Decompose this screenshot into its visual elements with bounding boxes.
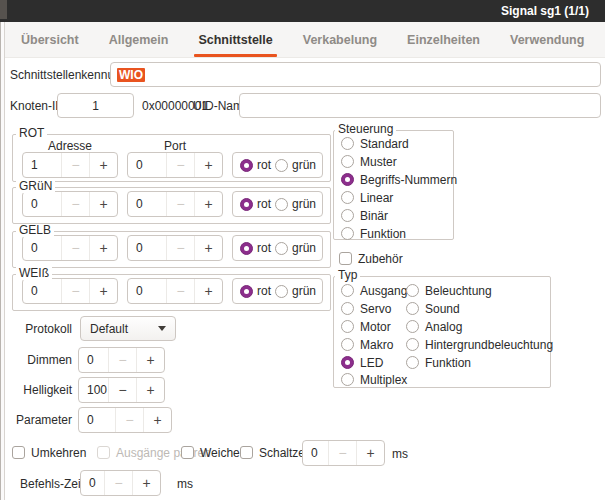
tab-verkabelung[interactable]: Verkabelung bbox=[288, 22, 392, 57]
radio-icon[interactable] bbox=[341, 227, 354, 240]
steuerung-option-binaer[interactable]: Binär bbox=[341, 208, 388, 223]
gelb-adresse-spinner[interactable]: 0 − + bbox=[22, 235, 118, 261]
dimmen-spinner[interactable]: 0 − + bbox=[78, 347, 165, 373]
minus-icon[interactable]: − bbox=[61, 153, 89, 177]
spinner-value[interactable]: 0 bbox=[81, 471, 104, 495]
checkbox-icon[interactable] bbox=[240, 446, 253, 459]
checkbox-icon[interactable] bbox=[181, 446, 194, 459]
protokoll-dropdown[interactable]: Default bbox=[80, 316, 176, 341]
spinner-value[interactable]: 1 bbox=[23, 153, 61, 177]
typ-option-analog[interactable]: Analog bbox=[406, 319, 462, 334]
tab-allgemein[interactable]: Allgemein bbox=[94, 22, 184, 57]
plus-icon[interactable]: + bbox=[89, 192, 117, 216]
plus-icon[interactable]: + bbox=[136, 378, 164, 402]
minus-icon[interactable]: − bbox=[104, 471, 132, 495]
typ-option-servo[interactable]: Servo bbox=[341, 301, 391, 316]
minus-icon[interactable]: − bbox=[61, 236, 89, 260]
minus-icon[interactable]: − bbox=[115, 408, 143, 432]
minus-icon[interactable]: − bbox=[108, 378, 136, 402]
minus-icon[interactable]: − bbox=[108, 348, 136, 372]
gruen-radio[interactable] bbox=[275, 242, 288, 255]
gruen-radio[interactable] bbox=[275, 285, 288, 298]
minus-icon[interactable]: − bbox=[166, 279, 194, 303]
typ-option-led[interactable]: LED bbox=[341, 355, 383, 370]
helligkeit-spinner[interactable]: 100 − + bbox=[78, 377, 165, 403]
steuerung-option-standard[interactable]: Standard bbox=[341, 136, 409, 151]
gruen-port-spinner[interactable]: 0 − + bbox=[127, 191, 223, 217]
spinner-value[interactable]: 0 bbox=[23, 236, 61, 260]
typ-option-ausgang[interactable]: Ausgang bbox=[341, 283, 407, 298]
gelb-port-spinner[interactable]: 0 − + bbox=[127, 235, 223, 261]
radio-icon[interactable] bbox=[341, 173, 354, 186]
schaltzeit-checkbox[interactable]: Schaltzeit bbox=[240, 445, 311, 460]
tab-einzelheiten[interactable]: Einzelheiten bbox=[392, 22, 495, 57]
radio-icon[interactable] bbox=[341, 209, 354, 222]
radio-icon[interactable] bbox=[341, 373, 354, 386]
radio-icon[interactable] bbox=[406, 302, 419, 315]
weiss-adresse-spinner[interactable]: 0 − + bbox=[22, 278, 118, 304]
spinner-value[interactable]: 0 bbox=[303, 441, 328, 465]
rot-radio[interactable] bbox=[240, 198, 253, 211]
zubehoer-checkbox[interactable]: Zubehör bbox=[339, 251, 403, 266]
interface-id-input[interactable]: WIO bbox=[110, 62, 601, 87]
spinner-value[interactable]: 0 bbox=[128, 279, 166, 303]
weiss-port-spinner[interactable]: 0 − + bbox=[127, 278, 223, 304]
typ-option-motor[interactable]: Motor bbox=[341, 319, 391, 334]
spinner-value[interactable]: 0 bbox=[128, 236, 166, 260]
plus-icon[interactable]: + bbox=[143, 408, 171, 432]
spinner-value[interactable]: 100 bbox=[79, 378, 108, 402]
steuerung-option-linear[interactable]: Linear bbox=[341, 190, 393, 205]
typ-option-multiplex[interactable]: Multiplex bbox=[341, 372, 407, 387]
tab-uebersicht[interactable]: Übersicht bbox=[6, 22, 94, 57]
steuerung-option-muster[interactable]: Muster bbox=[341, 154, 397, 169]
gruen-radio[interactable] bbox=[275, 159, 288, 172]
rot-port-spinner[interactable]: 0 − + bbox=[127, 152, 223, 178]
minus-icon[interactable]: − bbox=[166, 153, 194, 177]
spinner-value[interactable]: 0 bbox=[128, 192, 166, 216]
radio-icon[interactable] bbox=[406, 356, 419, 369]
plus-icon[interactable]: + bbox=[356, 441, 384, 465]
rot-radio[interactable] bbox=[240, 159, 253, 172]
minus-icon[interactable]: − bbox=[61, 192, 89, 216]
radio-icon[interactable] bbox=[341, 338, 354, 351]
spinner-value[interactable]: 0 bbox=[79, 348, 108, 372]
radio-icon[interactable] bbox=[341, 191, 354, 204]
typ-option-funktion[interactable]: Funktion bbox=[406, 355, 471, 370]
plus-icon[interactable]: + bbox=[194, 153, 222, 177]
plus-icon[interactable]: + bbox=[194, 279, 222, 303]
tab-verwendung[interactable]: Verwendung bbox=[495, 22, 599, 57]
umkehren-checkbox[interactable]: Umkehren bbox=[12, 445, 86, 460]
spinner-value[interactable]: 0 bbox=[23, 279, 61, 303]
plus-icon[interactable]: + bbox=[194, 236, 222, 260]
plus-icon[interactable]: + bbox=[89, 236, 117, 260]
rot-radio[interactable] bbox=[240, 242, 253, 255]
radio-icon[interactable] bbox=[406, 284, 419, 297]
radio-icon[interactable] bbox=[341, 302, 354, 315]
tab-schnittstelle[interactable]: Schnittstelle bbox=[183, 22, 287, 57]
steuerung-option-funktion[interactable]: Funktion bbox=[341, 226, 406, 241]
typ-option-hintergrundbeleuchtung[interactable]: Hintergrundbeleuchtung bbox=[406, 337, 553, 352]
steuerung-option-begriffs-nummern[interactable]: Begriffs-Nummern bbox=[341, 172, 457, 187]
plus-icon[interactable]: + bbox=[194, 192, 222, 216]
radio-icon[interactable] bbox=[341, 356, 354, 369]
typ-option-beleuchtung[interactable]: Beleuchtung bbox=[406, 283, 492, 298]
befehls-zeit-spinner[interactable]: 0 − + bbox=[80, 470, 161, 496]
typ-option-makro[interactable]: Makro bbox=[341, 337, 393, 352]
radio-icon[interactable] bbox=[406, 338, 419, 351]
minus-icon[interactable]: − bbox=[166, 192, 194, 216]
radio-icon[interactable] bbox=[341, 137, 354, 150]
radio-icon[interactable] bbox=[341, 320, 354, 333]
plus-icon[interactable]: + bbox=[132, 471, 160, 495]
checkbox-icon[interactable] bbox=[12, 446, 25, 459]
schaltzeit-spinner[interactable]: 0 − + bbox=[302, 440, 385, 466]
gruen-adresse-spinner[interactable]: 0 − + bbox=[22, 191, 118, 217]
checkbox-icon[interactable] bbox=[339, 252, 352, 265]
radio-icon[interactable] bbox=[341, 284, 354, 297]
weiche-checkbox[interactable]: Weiche bbox=[181, 445, 240, 460]
spinner-value[interactable]: 0 bbox=[128, 153, 166, 177]
radio-icon[interactable] bbox=[341, 155, 354, 168]
rot-radio[interactable] bbox=[240, 285, 253, 298]
parameter-spinner[interactable]: 0 − + bbox=[78, 407, 172, 433]
node-id-input[interactable]: 1 bbox=[57, 93, 134, 118]
radio-icon[interactable] bbox=[406, 320, 419, 333]
